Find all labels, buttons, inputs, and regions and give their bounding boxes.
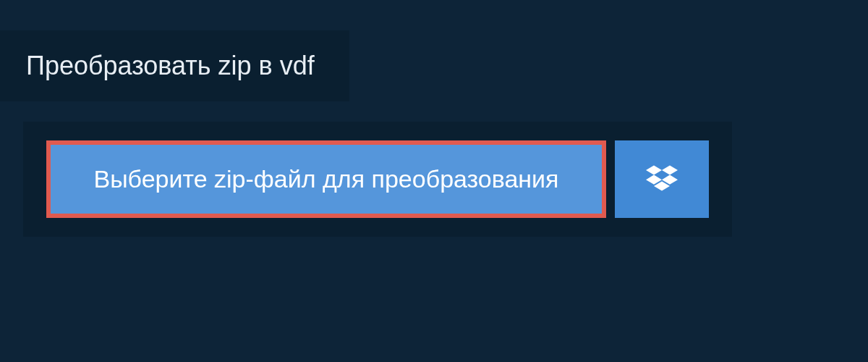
- select-file-button[interactable]: Выберите zip-файл для преобразования: [46, 140, 606, 218]
- select-file-label: Выберите zip-файл для преобразования: [94, 165, 559, 193]
- dropbox-icon: [646, 162, 678, 197]
- dropbox-button[interactable]: [615, 140, 709, 218]
- header-tab: Преобразовать zip в vdf: [0, 30, 349, 101]
- upload-panel: Выберите zip-файл для преобразования: [23, 122, 732, 237]
- page-title: Преобразовать zip в vdf: [26, 51, 315, 81]
- page-container: Преобразовать zip в vdf Выберите zip-фай…: [0, 0, 868, 362]
